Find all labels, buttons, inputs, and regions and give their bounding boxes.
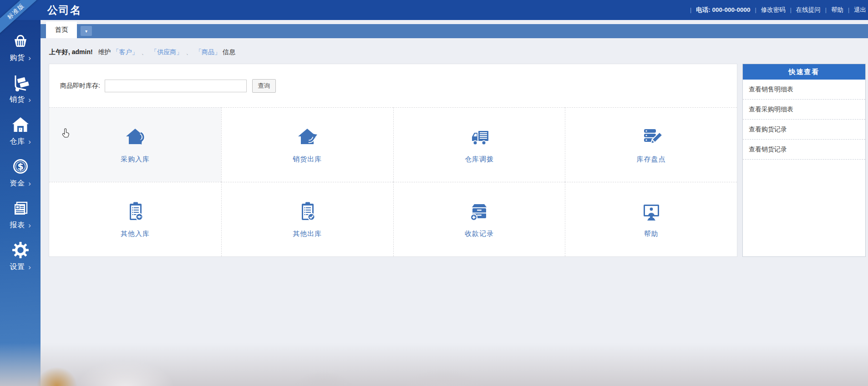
tile-receipt-records[interactable]: 收款记录 <box>393 182 565 256</box>
sidebar-label: 销货 <box>10 95 25 105</box>
header-divider: | <box>848 7 849 13</box>
sidebar-label: 设置 <box>10 262 25 272</box>
quick-view-title: 快速查看 <box>743 64 865 80</box>
sidebar: 购货 › 销货 › 仓库 › <box>0 20 41 386</box>
quick-view-panel: 快速查看 查看销售明细表 查看采购明细表 查看购货记录 查看销货记录 <box>742 64 866 257</box>
sidebar-label: 仓库 <box>10 137 25 146</box>
truck-icon <box>468 126 490 148</box>
stock-search-input[interactable] <box>105 80 247 92</box>
dashboard-card: 商品即时库存: 查询 采购入库 <box>49 64 737 257</box>
gear-icon <box>11 241 30 259</box>
tile-label: 销货出库 <box>293 155 322 164</box>
stock-search-row: 商品即时库存: 查询 <box>49 64 737 107</box>
launcher-grid: 采购入库 销货出库 <box>49 107 737 256</box>
tile-label: 收款记录 <box>465 230 494 238</box>
chevron-right-icon: › <box>28 139 31 145</box>
house-arrow-in-icon <box>124 126 146 148</box>
top-header: 公司名 | 电话: 000-000-0000 | 修改密码 | 在线提问 | 帮… <box>0 0 868 20</box>
sidebar-item-settings[interactable]: 设置 › <box>0 236 41 277</box>
clipboard-arrow-icon <box>124 201 146 222</box>
sidebar-item-warehouse[interactable]: 仓库 › <box>0 110 41 152</box>
chevron-right-icon: › <box>28 97 31 103</box>
online-ask-link[interactable]: 在线提问 <box>796 6 821 14</box>
tile-label: 其他出库 <box>293 230 322 238</box>
warehouse-icon <box>11 115 30 134</box>
monitor-person-icon <box>640 201 662 222</box>
quick-item-sales-records[interactable]: 查看销货记录 <box>743 140 865 160</box>
sidebar-label: 报表 <box>10 221 25 230</box>
tab-home[interactable]: 首页 <box>46 21 77 38</box>
product-link[interactable]: 「商品」 <box>195 48 221 55</box>
company-name: 公司名 <box>47 3 81 17</box>
phone-link[interactable]: 电话: 000-000-0000 <box>696 6 750 14</box>
quick-item-sales-detail[interactable]: 查看销售明细表 <box>743 80 865 100</box>
tile-warehouse-transfer[interactable]: 仓库调拨 <box>393 107 565 182</box>
quick-item-purchase-detail[interactable]: 查看采购明细表 <box>743 100 865 120</box>
dollar-coin-icon: $ <box>11 157 30 175</box>
sidebar-item-reports[interactable]: 报表 › <box>0 194 41 236</box>
tile-label: 其他入库 <box>121 230 150 238</box>
main-content: 上午好, admin! 维护 「客户」 、 「供应商」 、 「商品」 信息 商品… <box>41 38 868 386</box>
tile-label: 库存盘点 <box>637 155 666 164</box>
greeting-line: 上午好, admin! 维护 「客户」 、 「供应商」 、 「商品」 信息 <box>49 48 868 56</box>
customer-link[interactable]: 「客户」 <box>112 48 138 55</box>
tile-other-outbound[interactable]: 其他出库 <box>221 182 393 256</box>
sidebar-label: 资金 <box>10 179 25 188</box>
quick-item-purchase-records[interactable]: 查看购货记录 <box>743 120 865 140</box>
tile-label: 帮助 <box>644 230 659 238</box>
report-icon <box>11 199 30 217</box>
change-password-link[interactable]: 修改密码 <box>761 6 786 14</box>
svg-text:$: $ <box>17 161 23 171</box>
supplier-link[interactable]: 「供应商」 <box>151 48 183 55</box>
chevron-right-icon: › <box>28 222 31 229</box>
header-divider: | <box>755 7 756 13</box>
header-divider: | <box>790 7 792 13</box>
sidebar-item-funds[interactable]: $ 资金 › <box>0 152 41 194</box>
tab-dropdown-button[interactable]: ▾ <box>81 26 92 36</box>
caret-down-icon: ▾ <box>85 29 87 34</box>
clipboard-check-icon <box>296 201 318 222</box>
tile-sales-outbound[interactable]: 销货出库 <box>221 107 393 182</box>
house-arrow-out-icon <box>296 126 318 148</box>
tab-strip <box>41 24 868 38</box>
greeting-hello: 上午好, admin! <box>49 48 93 55</box>
stock-search-label: 商品即时库存: <box>60 82 100 90</box>
handtruck-icon <box>11 74 30 92</box>
greeting-separator: 、 <box>141 48 147 55</box>
header-divider: | <box>690 7 691 13</box>
header-links: | 电话: 000-000-0000 | 修改密码 | 在线提问 | 帮助 | … <box>685 0 866 20</box>
greeting-maintain: 维护 <box>98 48 111 55</box>
chevron-right-icon: › <box>28 180 31 187</box>
header-divider: | <box>825 7 827 13</box>
logout-link[interactable]: 退出 <box>854 6 866 14</box>
sidebar-item-sales[interactable]: 销货 › <box>0 68 41 110</box>
sidebar-label: 购货 <box>10 53 25 63</box>
chevron-right-icon: › <box>28 55 31 61</box>
cash-drawer-plus-icon <box>468 201 490 222</box>
mouse-cursor-icon <box>61 128 72 138</box>
greeting-separator: 、 <box>186 48 192 55</box>
tile-label: 仓库调拨 <box>465 155 494 164</box>
tile-purchase-inbound[interactable]: 采购入库 <box>49 107 221 182</box>
tile-help[interactable]: 帮助 <box>565 182 737 256</box>
tile-other-inbound[interactable]: 其他入库 <box>49 182 221 256</box>
search-button[interactable]: 查询 <box>252 79 276 93</box>
basket-icon <box>11 32 30 50</box>
chevron-right-icon: › <box>28 264 31 271</box>
sidebar-item-purchase[interactable]: 购货 › <box>0 26 41 68</box>
tile-label: 采购入库 <box>121 155 150 164</box>
greeting-suffix: 信息 <box>223 48 235 55</box>
tile-inventory-count[interactable]: 库存盘点 <box>565 107 737 182</box>
database-pencil-icon <box>640 126 662 148</box>
tab-bar: 首页 ▾ <box>41 20 868 38</box>
help-link[interactable]: 帮助 <box>831 6 843 14</box>
